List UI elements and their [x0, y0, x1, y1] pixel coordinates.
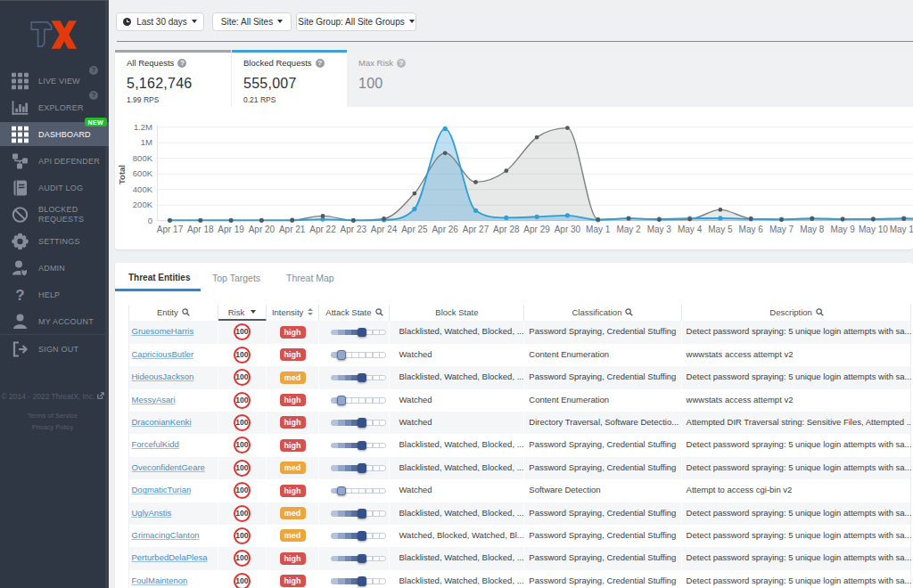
svg-text:Apr 29: Apr 29 [523, 225, 550, 234]
svg-text:Apr 25: Apr 25 [401, 225, 428, 234]
svg-text:200K: 200K [133, 200, 153, 209]
svg-text:May 10: May 10 [859, 225, 888, 234]
svg-text:Apr 22: Apr 22 [309, 225, 336, 234]
svg-text:Apr 28: Apr 28 [493, 225, 520, 234]
svg-text:May 11: May 11 [890, 225, 913, 234]
svg-text:Apr 18: Apr 18 [187, 225, 214, 234]
svg-text:Apr 27: Apr 27 [463, 225, 489, 234]
svg-text:Apr 24: Apr 24 [371, 225, 398, 234]
svg-text:Apr 26: Apr 26 [432, 225, 458, 234]
svg-text:May 6: May 6 [739, 225, 764, 234]
svg-text:1M: 1M [141, 137, 152, 147]
svg-text:Apr 17: Apr 17 [157, 225, 184, 234]
svg-text:May 2: May 2 [616, 225, 641, 234]
svg-text:Apr 23: Apr 23 [341, 225, 367, 234]
svg-text:May 4: May 4 [678, 225, 703, 234]
svg-text:May 8: May 8 [800, 225, 825, 234]
svg-text:May 7: May 7 [769, 225, 794, 234]
svg-text:Apr 21: Apr 21 [279, 225, 306, 234]
svg-text:600K: 600K [133, 168, 153, 178]
svg-text:1.2M: 1.2M [134, 122, 152, 132]
svg-text:May 9: May 9 [830, 225, 855, 234]
svg-text:May 3: May 3 [647, 225, 672, 234]
svg-text:May 1: May 1 [586, 225, 611, 234]
svg-text:Apr 30: Apr 30 [555, 225, 581, 234]
svg-text:400K: 400K [133, 184, 153, 194]
svg-text:May 5: May 5 [708, 225, 733, 234]
svg-text:Total: Total [117, 165, 127, 184]
svg-text:0: 0 [148, 216, 152, 225]
svg-text:Apr 20: Apr 20 [249, 225, 276, 234]
svg-text:Apr 19: Apr 19 [218, 225, 244, 234]
svg-text:800K: 800K [133, 153, 153, 163]
